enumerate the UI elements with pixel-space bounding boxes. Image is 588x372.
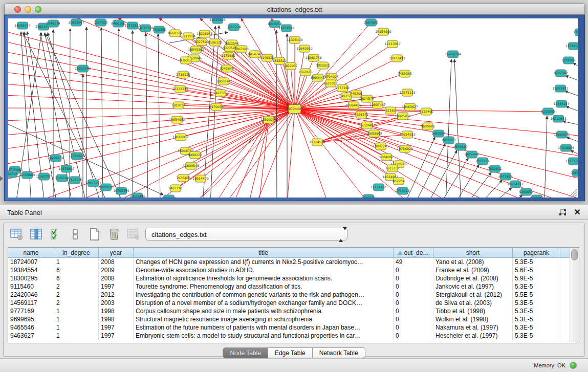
table-cell[interactable]: 0 (394, 323, 433, 332)
table-cell[interactable]: 19384554 (8, 266, 54, 274)
graph-node[interactable]: 16543362 (188, 46, 204, 53)
table-cell[interactable]: 0 (394, 266, 433, 274)
graph-node[interactable]: 391346 (8, 170, 18, 178)
graph-node[interactable]: 20053346 (75, 65, 91, 72)
graph-node[interactable]: 7485063 (398, 70, 412, 77)
graph-node[interactable]: 12505135 (67, 177, 83, 184)
graph-node[interactable]: 1527602 (94, 19, 108, 26)
table-cell[interactable]: 9115460 (8, 282, 54, 291)
graph-node[interactable]: 7986372 (354, 111, 368, 118)
table-cell[interactable]: 1998 (99, 315, 134, 323)
table-cell[interactable]: Hescheler et al. (1997) (433, 332, 513, 340)
table-row[interactable]: 1456911722003Disruption of a novel membe… (8, 299, 570, 307)
table-cell[interactable]: Franke et al. (2009) (433, 266, 513, 274)
table-cell[interactable]: 14569117 (8, 299, 54, 307)
close-panel-icon[interactable]: ✕ (574, 207, 581, 217)
row-list-icon[interactable] (68, 228, 82, 241)
graph-node[interactable]: 2935114 (475, 158, 490, 165)
table-cell[interactable]: Estimation of the future numbers of pati… (134, 323, 394, 332)
graph-node[interactable]: 1588520 (272, 57, 287, 64)
table-cell[interactable]: 0 (394, 307, 433, 315)
table-cell[interactable]: 2 (54, 291, 99, 299)
table-cell[interactable]: 6 (54, 274, 99, 282)
table-cell[interactable]: 0 (394, 299, 433, 307)
table-mode-icon[interactable] (10, 228, 24, 241)
graph-node[interactable]: 8912954 (181, 33, 195, 40)
graph-node[interactable]: 12923448 (129, 193, 145, 198)
table-row[interactable]: 911546021997Tourette syndrome. Phenomeno… (8, 282, 570, 291)
graph-node[interactable]: 10975887 (58, 165, 75, 172)
graph-node[interactable]: 2718126 (176, 71, 190, 78)
table-cell[interactable]: Changes of HCN gene expression and I(f) … (134, 258, 394, 266)
table-cell[interactable]: 9777169 (8, 307, 54, 315)
graph-node[interactable]: 11325419 (287, 36, 303, 43)
table-cell[interactable]: 1997 (99, 323, 134, 332)
graph-node[interactable]: 9498222 (188, 151, 202, 159)
graph-node[interactable]: 936012 (180, 57, 192, 64)
table-cell[interactable]: 0 (394, 282, 433, 291)
graph-node[interactable]: 9327503 (194, 38, 209, 46)
graph-node[interactable]: 11675319 (565, 158, 578, 165)
table-cell[interactable]: Tibbo et al. (1998) (433, 307, 513, 315)
graph-node[interactable]: 18807243 (373, 143, 389, 150)
column-visibility-icon[interactable] (29, 228, 43, 241)
graph-node[interactable]: 7625402 (176, 174, 190, 182)
graph-node[interactable]: 6679197 (453, 143, 468, 150)
table-row[interactable]: 1872400712008Changes of HCN gene express… (8, 258, 570, 266)
graph-node[interactable]: 16782759 (113, 187, 129, 194)
graph-node[interactable]: 3624574 (360, 95, 374, 102)
table-cell[interactable]: Disruption of a novel member of a sodium… (134, 299, 394, 307)
table-cell[interactable]: de Silva et al. (2003) (433, 299, 513, 307)
graph-node[interactable]: 8186328 (208, 39, 222, 46)
table-cell[interactable]: 0 (394, 291, 433, 299)
table-cell[interactable]: 18724007 (8, 258, 54, 266)
graph-node[interactable]: 2687682 (364, 19, 378, 26)
new-column-icon[interactable] (88, 228, 101, 241)
table-cell[interactable]: 2008 (99, 258, 134, 266)
table-cell[interactable]: Embryonic stem cells: a model to study s… (134, 332, 394, 340)
table-cell[interactable]: Estimation of significance thresholds fo… (134, 274, 394, 282)
table-row[interactable]: 1938455462009Genome-wide association stu… (8, 266, 570, 274)
table-cell[interactable]: 1 (54, 332, 99, 340)
table-cell[interactable]: 2009 (99, 266, 134, 274)
float-panel-icon[interactable] (559, 209, 567, 216)
graph-node[interactable]: 62160 (385, 107, 396, 114)
graph-node[interactable]: 9170034 (209, 103, 224, 111)
graph-node[interactable]: 17016504 (558, 144, 574, 151)
table-cell[interactable]: 5.3E-5 (513, 307, 560, 315)
graph-node[interactable]: 15751074 (565, 42, 578, 50)
graph-node[interactable]: 9777169 (335, 84, 350, 92)
delete-column-icon[interactable] (107, 228, 121, 241)
graph-node[interactable]: 452254 (393, 178, 405, 185)
graph-node[interactable]: 9699695 (421, 123, 435, 130)
graph-node[interactable]: 1532482 (162, 195, 176, 198)
tab-network-table[interactable]: Network Table (313, 347, 365, 358)
table-cell[interactable]: Nakamura et al. (1997) (433, 323, 513, 332)
graph-node[interactable]: 14055724 (14, 22, 31, 29)
graph-node[interactable]: 1206541 (361, 194, 376, 198)
table-cell[interactable]: 0 (394, 274, 433, 282)
table-cell[interactable]: Corpus callosum shape and size in male p… (134, 307, 394, 315)
column-header-short[interactable]: short (433, 248, 513, 258)
scrollbar-thumb[interactable] (571, 249, 578, 260)
graph-node[interactable]: 17359928 (69, 152, 85, 160)
graph-node[interactable]: 9245652 (519, 188, 533, 195)
graph-node[interactable]: 8660123 (168, 30, 182, 37)
graph-node[interactable]: 8990448 (311, 74, 325, 81)
resize-grip-icon[interactable] (570, 189, 577, 196)
graph-node[interactable]: 1562615 (298, 69, 313, 76)
graph-node[interactable]: 1067534 (571, 169, 578, 177)
table-cell[interactable]: 2 (54, 282, 99, 291)
table-row[interactable]: 2242004622012Investigating the contribut… (8, 291, 570, 299)
table-cell[interactable]: Investigating the contribution of common… (134, 291, 394, 299)
table-cell[interactable]: 1997 (99, 332, 134, 340)
graph-node[interactable]: 19654923 (399, 131, 416, 138)
graph-node[interactable]: 8471676 (498, 173, 513, 180)
graph-node[interactable]: 7516350 (152, 26, 166, 33)
graph-node[interactable]: 10654112 (507, 181, 524, 188)
table-cell[interactable]: 9463627 (8, 332, 54, 340)
table-row[interactable]: 946554611997Estimation of the future num… (8, 323, 570, 332)
graph-node[interactable]: 8938923 (442, 137, 456, 144)
table-cell[interactable]: Structural magnetic resonance image aver… (134, 315, 394, 323)
graph-node[interactable]: 1615132 (385, 165, 400, 172)
